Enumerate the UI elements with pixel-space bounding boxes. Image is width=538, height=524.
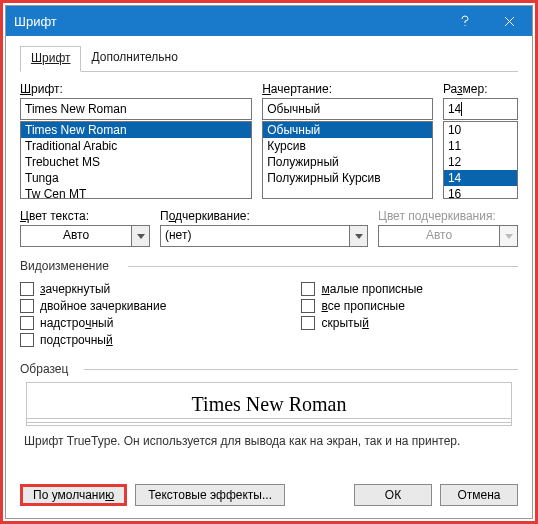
chevron-down-icon[interactable] bbox=[131, 226, 149, 246]
list-item[interactable]: Курсив bbox=[263, 138, 432, 154]
underline-color-combo: Авто bbox=[378, 225, 518, 247]
text-color-label: Цвет текста: bbox=[20, 209, 150, 223]
list-item[interactable]: Обычный bbox=[263, 122, 432, 138]
cancel-button[interactable]: Отмена bbox=[440, 484, 518, 506]
checkbox-superscript[interactable]: надстрочный bbox=[20, 316, 301, 330]
list-item[interactable]: 14 bbox=[444, 170, 517, 186]
window-title: Шрифт bbox=[6, 14, 442, 29]
set-default-button[interactable]: По умолчанию bbox=[20, 484, 127, 506]
list-item[interactable]: Times New Roman bbox=[21, 122, 251, 138]
title-bar: Шрифт bbox=[6, 6, 532, 36]
close-button[interactable] bbox=[487, 6, 532, 36]
list-item[interactable]: Trebuchet MS bbox=[21, 154, 251, 170]
list-item[interactable]: Полужирный Курсив bbox=[263, 170, 432, 186]
sample-legend: Образец bbox=[20, 362, 518, 376]
size-listbox[interactable]: 10 11 12 14 16 bbox=[443, 121, 518, 199]
font-dialog: Шрифт Шрифт Дополнительно Шрифт: Times N… bbox=[5, 5, 533, 519]
list-item[interactable]: Tw Cen MT bbox=[21, 186, 251, 199]
style-input[interactable] bbox=[262, 98, 433, 120]
list-item[interactable]: 11 bbox=[444, 138, 517, 154]
checkbox-all-caps[interactable]: все прописные bbox=[301, 299, 518, 313]
checkbox-small-caps[interactable]: малые прописные bbox=[301, 282, 518, 296]
tab-strip: Шрифт Дополнительно bbox=[20, 46, 518, 72]
checkbox-double-strike[interactable]: двойное зачеркивание bbox=[20, 299, 301, 313]
size-label: Размер: bbox=[443, 82, 518, 96]
checkbox-subscript[interactable]: подстрочный bbox=[20, 333, 301, 347]
effects-legend: Видоизменение bbox=[20, 259, 518, 273]
underline-combo[interactable]: (нет) bbox=[160, 225, 368, 247]
font-hint: Шрифт TrueType. Он используется для выво… bbox=[24, 434, 518, 448]
chevron-down-icon[interactable] bbox=[349, 226, 367, 246]
text-color-combo[interactable]: Авто bbox=[20, 225, 150, 247]
list-item[interactable]: 10 bbox=[444, 122, 517, 138]
list-item[interactable]: Traditional Arabic bbox=[21, 138, 251, 154]
list-item[interactable]: Tunga bbox=[21, 170, 251, 186]
help-button[interactable] bbox=[442, 6, 487, 36]
style-label: Начертание: bbox=[262, 82, 433, 96]
sample-preview: Times New Roman bbox=[26, 382, 512, 426]
checkbox-hidden[interactable]: скрытый bbox=[301, 316, 518, 330]
size-input[interactable]: 14 bbox=[443, 98, 518, 120]
checkbox-strikethrough[interactable]: зачеркнутый bbox=[20, 282, 301, 296]
ok-button[interactable]: ОК bbox=[354, 484, 432, 506]
list-item[interactable]: 16 bbox=[444, 186, 517, 199]
list-item[interactable]: Полужирный bbox=[263, 154, 432, 170]
chevron-down-icon bbox=[499, 226, 517, 246]
underline-label: Подчеркивание: bbox=[160, 209, 368, 223]
tab-advanced[interactable]: Дополнительно bbox=[81, 46, 187, 71]
tab-font[interactable]: Шрифт bbox=[20, 46, 81, 72]
font-listbox[interactable]: Times New Roman Traditional Arabic Trebu… bbox=[20, 121, 252, 199]
underline-color-label: Цвет подчеркивания: bbox=[378, 209, 518, 223]
text-effects-button[interactable]: Текстовые эффекты... bbox=[135, 484, 285, 506]
font-input[interactable] bbox=[20, 98, 252, 120]
style-listbox[interactable]: Обычный Курсив Полужирный Полужирный Кур… bbox=[262, 121, 433, 199]
font-label: Шрифт: bbox=[20, 82, 252, 96]
list-item[interactable]: 12 bbox=[444, 154, 517, 170]
